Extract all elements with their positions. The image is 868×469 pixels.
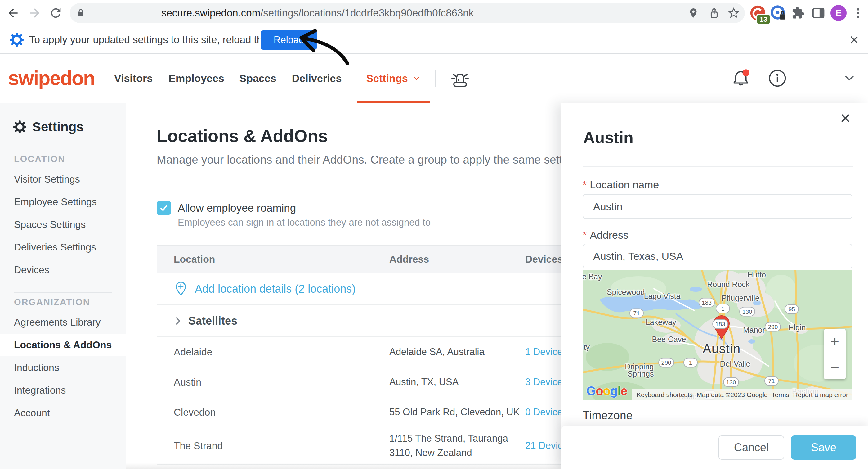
save-button[interactable]: Save [791,436,856,460]
roaming-label[interactable]: Allow employee roaming [178,200,296,216]
roaming-checkbox[interactable] [157,201,171,215]
nav-item-visitors[interactable]: Visitors [114,72,153,84]
zoom-out-button[interactable]: − [824,354,846,379]
refresh-icon[interactable] [49,6,63,20]
map-label: Austin [703,342,741,356]
settings-gear-icon [9,32,24,47]
location-devices-link[interactable]: 1 Device [525,346,563,358]
browser-menu-icon[interactable] [852,7,864,19]
road-shield: 290 [765,322,781,331]
map-label: Spicewood [607,288,645,297]
location-name-input[interactable] [583,194,852,219]
sidebar-item-employee-settings[interactable]: Employee Settings [0,190,126,213]
nav-settings-label: Settings [366,72,408,84]
sidebar-header: Settings [13,119,84,135]
map-label: Elgin [788,323,806,332]
screen: secure.swipedon.com/settings/locations/1… [0,0,868,469]
nav-item-employees[interactable]: Employees [168,72,224,84]
map-attribution-item[interactable]: Report a map error [793,391,848,399]
location-map[interactable]: e BaySpicewoodLago VistaRound RockHuttoP… [583,270,852,401]
chevron-right-icon [175,317,181,325]
sidebar-item-integrations[interactable]: Integrations [0,379,126,402]
forward-icon[interactable] [28,6,41,20]
extension-badge: 13 [756,14,771,25]
map-attribution-item[interactable]: Terms [772,391,789,399]
app-navigation: swipedon Visitors Employees Spaces Deliv… [0,54,868,104]
add-location-link[interactable]: Add location details (2 locations) [174,282,355,296]
location-name: Austin [174,376,202,388]
notification-close-icon[interactable]: × [849,32,859,48]
map-label: Lago Vista [644,292,681,301]
map-attribution-item: Map data ©2023 Google [696,391,768,399]
back-icon[interactable] [6,6,20,20]
google-logo-letter: o [603,384,610,398]
browser-profile-avatar[interactable]: E [831,5,846,21]
swipedon-logo[interactable]: swipedon [8,67,95,90]
sidebar-item-agreements-library[interactable]: Agreements Library [0,311,126,334]
panel-title: Austin [583,128,633,147]
address-label: * Address [583,229,628,241]
map-label: Round Rock [707,280,750,289]
sidebar-item-locations-addons[interactable]: Locations & AddOns [0,334,126,356]
siren-icon[interactable] [450,68,470,88]
info-icon[interactable] [768,69,786,87]
map-label: Lakeway [646,318,676,327]
password-manager-icon[interactable] [769,4,787,22]
address-bar[interactable]: secure.swipedon.com/settings/locations/1… [70,3,745,23]
location-address: 1/115 The Strand, Tauranga 3110, New Zea… [389,432,523,460]
road-shield: 1 [683,358,698,368]
settings-sidebar: Settings LOCATIONVisitor SettingsEmploye… [0,104,126,469]
location-name-label: * Location name [583,179,659,191]
column-address: Address [389,254,429,265]
browser-toolbar: secure.swipedon.com/settings/locations/1… [0,0,868,26]
map-zoom-control: + − [824,329,846,379]
profile-chevron-icon[interactable] [845,76,854,81]
location-devices-link[interactable]: 0 Device [525,407,563,418]
roaming-description: Employees can sign in at locations they … [178,217,431,228]
sidebar-title: Settings [32,119,84,135]
cancel-button[interactable]: Cancel [718,436,784,460]
side-panel-icon[interactable] [811,6,826,20]
column-devices: Devices [525,254,563,265]
road-shield: 1 [716,303,730,313]
location-name: The Strand [174,440,223,451]
url-text: secure.swipedon.com/settings/locations/1… [161,3,474,23]
share-icon[interactable] [708,7,720,19]
google-logo-letter: g [610,384,617,398]
google-logo-letter: G [586,384,596,398]
sidebar-item-deliveries-settings[interactable]: Deliveries Settings [0,236,126,259]
panel-footer: Cancel Save [561,426,868,469]
location-address: 55 Old Park Rd, Clevedon, UK [389,405,523,419]
reload-button[interactable]: Reload [260,30,317,50]
page-title: Locations & AddOns [157,126,328,146]
reload-notification-bar: To apply your updated settings to this s… [0,26,868,54]
sidebar-item-visitor-settings[interactable]: Visitor Settings [0,168,126,190]
map-attribution-item[interactable]: Keyboard shortcuts [637,391,693,399]
notifications-bell-icon[interactable] [731,68,750,88]
road-shield: 71 [629,308,644,318]
nav-item-settings[interactable]: Settings [357,54,430,103]
sidebar-section-label: LOCATION [0,150,126,168]
url-path: /settings/locations/1dcdrfe3kbq90edfh0fc… [260,7,474,19]
lock-icon [76,8,85,18]
panel-divider [583,166,853,167]
sidebar-item-spaces-settings[interactable]: Spaces Settings [0,213,126,236]
location-name: Adelaide [174,346,213,358]
sidebar-item-inductions[interactable]: Inductions [0,356,126,379]
nav-item-deliveries[interactable]: Deliveries [292,72,342,84]
address-input[interactable] [583,244,852,268]
sidebar-item-account[interactable]: Account [0,402,126,424]
zoom-in-button[interactable]: + [824,329,846,354]
panel-close-icon[interactable]: × [840,109,850,127]
nav-item-spaces[interactable]: Spaces [239,72,276,84]
location-address: Austin, TX, USA [389,375,523,389]
location-icon[interactable] [688,7,699,19]
bookmark-star-icon[interactable] [727,7,740,19]
nav-divider [347,70,347,87]
sidebar-item-devices[interactable]: Devices [0,259,126,281]
nav-divider [435,70,436,87]
required-marker: * [583,229,587,241]
google-logo-letter: e [621,384,627,398]
extensions-puzzle-icon[interactable] [791,6,805,20]
google-logo-letter: l [617,384,620,398]
